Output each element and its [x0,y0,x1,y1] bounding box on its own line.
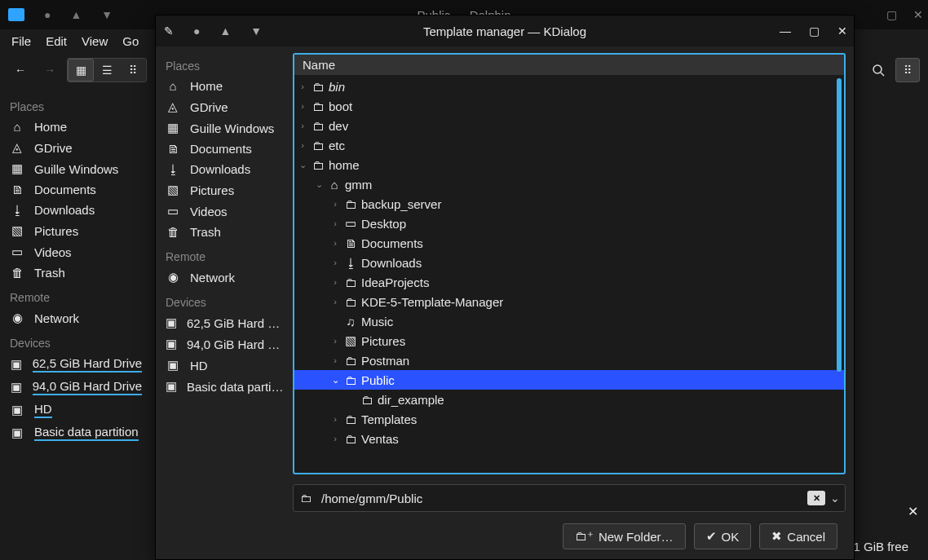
tree-row[interactable]: ›🗀Ventas [294,429,844,448]
path-input[interactable]: 🗀 /home/gmm/Public ✕ ⌄ [293,484,846,512]
tree-header-name[interactable]: Name [294,55,844,75]
sidebar-item-home[interactable]: ⌂Home [3,117,148,137]
forward-button[interactable]: → [38,58,62,82]
close-icon[interactable]: ✕ [913,8,923,21]
sidebar-item-trash[interactable]: 🗑Trash [159,222,283,242]
tree-row[interactable]: ›▭Desktop [294,214,844,233]
view-mode-group: ▦ ☰ ⠿ [67,58,147,82]
sidebar-item-pictures[interactable]: ▧Pictures [3,220,148,241]
dolphin-sidebar: Places ⌂Home ◬GDrive ▦Guille Windows 🗎Do… [0,87,152,532]
tree-row[interactable]: ›🗀bin [294,77,844,96]
tree-row[interactable]: ›🗀KDE-5-Template-Manager [294,292,844,311]
titlebar-up-icon[interactable]: ▲ [70,8,82,21]
titlebar-dot-icon[interactable]: ● [193,24,200,37]
new-folder-icon: 🗀⁺ [575,529,594,544]
tree-row[interactable]: ›🗀dev [294,116,844,135]
tree-row[interactable]: ›⭳Downloads [294,253,844,272]
sidebar-item-documents[interactable]: 🗎Documents [3,179,148,200]
sidebar-item-pictures[interactable]: ▧Pictures [159,179,283,201]
titlebar-down-icon[interactable]: ▼ [250,24,262,37]
places-heading: Places [159,51,283,76]
sidebar-item-disk1[interactable]: ▣62,5 GiB Hard Drive [3,353,148,376]
chevron-down-icon[interactable]: ⌄ [830,492,840,505]
sidebar-item-hd[interactable]: ▣HD [3,399,148,421]
sidebar-item-disk2[interactable]: ▣94,0 GiB Hard … [159,333,283,355]
tree-row[interactable]: ›🗀Postman [294,351,844,370]
clear-path-button[interactable]: ✕ [807,491,825,505]
sidebar-item-disk2[interactable]: ▣94,0 GiB Hard Drive [3,376,148,399]
places-heading: Places [3,92,148,117]
sidebar-item-guille[interactable]: ▦Guille Windows [159,117,283,139]
menu-edit[interactable]: Edit [46,34,67,48]
sidebar-item-network[interactable]: ◉Network [3,307,148,329]
sidebar-item-downloads[interactable]: ⭳Downloads [159,159,283,179]
kdialog-titlebar[interactable]: ✎ ● ▲ ▼ Template manager — KDialog — ▢ ✕ [156,15,854,46]
back-button[interactable]: ← [8,58,33,82]
sidebar-item-gdrive[interactable]: ◬GDrive [159,96,283,117]
sidebar-item-guille[interactable]: ▦Guille Windows [3,158,148,179]
svg-line-1 [881,73,884,76]
folder-icon: 🗀 [298,492,313,505]
sidebar-item-basic[interactable]: ▣Basic data partition [3,421,148,444]
ok-button[interactable]: ✔OK [694,523,752,549]
dolphin-app-icon [8,8,24,21]
sidebar-item-documents[interactable]: 🗎Documents [159,139,283,159]
cancel-button[interactable]: ✖Cancel [759,523,837,549]
titlebar-dot-icon[interactable]: ● [44,8,51,21]
check-icon: ✔ [706,529,717,544]
sidebar-item-basic[interactable]: ▣Basic data parti… [159,376,283,397]
menu-go[interactable]: Go [122,34,139,48]
sidebar-item-hd[interactable]: ▣HD [159,355,283,376]
remote-heading: Remote [3,283,148,307]
icons-view-button[interactable]: ▦ [68,59,94,82]
tree-row[interactable]: 🗀dir_example [294,390,844,409]
new-folder-button[interactable]: 🗀⁺New Folder… [563,523,686,549]
remote-heading: Remote [159,242,283,267]
toggle-panel-button[interactable]: ⠿ [895,58,920,82]
tree-row[interactable]: ›🗀boot [294,96,844,116]
sidebar-item-videos[interactable]: ▭Videos [159,201,283,222]
svg-point-0 [873,65,882,73]
maximize-icon[interactable]: ▢ [809,24,820,37]
titlebar-down-icon[interactable]: ▼ [101,8,113,21]
tree-row[interactable]: ›🗀IdeaProjects [294,272,844,292]
sidebar-item-gdrive[interactable]: ◬GDrive [3,137,148,158]
devices-heading: Devices [159,288,283,312]
devices-heading: Devices [3,329,148,353]
folder-tree: Name ›🗀bin ›🗀boot ›🗀dev ›🗀etc ⌄🗀home ⌄⌂g… [293,53,846,474]
panel-close-icon[interactable]: ✕ [908,504,918,519]
tree-row-selected[interactable]: ⌄🗀Public [294,370,844,390]
search-button[interactable] [866,58,890,82]
tree-row[interactable]: ›▧Pictures [294,331,844,351]
tree-scrollbar[interactable] [837,78,842,372]
details-view-button[interactable]: ☰ [94,59,120,82]
tree-row[interactable]: ›🗀backup_server [294,194,844,214]
sidebar-item-home[interactable]: ⌂Home [159,76,283,96]
sidebar-item-network[interactable]: ◉Network [159,267,283,288]
cancel-icon: ✖ [771,529,782,544]
menu-file[interactable]: File [11,34,31,48]
compact-view-button[interactable]: ⠿ [120,59,146,82]
dialog-buttons: 🗀⁺New Folder… ✔OK ✖Cancel [293,520,846,559]
edit-icon[interactable]: ✎ [164,24,174,37]
sidebar-item-disk1[interactable]: ▣62,5 GiB Hard … [159,312,283,333]
sidebar-item-videos[interactable]: ▭Videos [3,241,148,262]
kdialog-sidebar: Places ⌂Home ◬GDrive ▦Guille Windows 🗎Do… [156,46,286,559]
close-icon[interactable]: ✕ [837,24,847,37]
maximize-icon[interactable]: ▢ [886,8,897,21]
titlebar-up-icon[interactable]: ▲ [219,24,231,37]
sidebar-item-downloads[interactable]: ⭳Downloads [3,200,148,220]
kdialog-window: ✎ ● ▲ ▼ Template manager — KDialog — ▢ ✕… [155,15,855,560]
tree-row[interactable]: ›🗀etc [294,135,844,155]
tree-row[interactable]: ♫Music [294,311,844,331]
minimize-icon[interactable]: — [780,24,791,37]
path-value: /home/gmm/Public [316,492,807,505]
tree-row[interactable]: ⌄⌂gmm [294,174,844,194]
tree-row[interactable]: ›🗎Documents [294,233,844,253]
tree-row[interactable]: ›🗀Templates [294,409,844,429]
sidebar-item-trash[interactable]: 🗑Trash [3,262,148,283]
tree-row[interactable]: ⌄🗀home [294,155,844,174]
menu-view[interactable]: View [82,34,108,48]
